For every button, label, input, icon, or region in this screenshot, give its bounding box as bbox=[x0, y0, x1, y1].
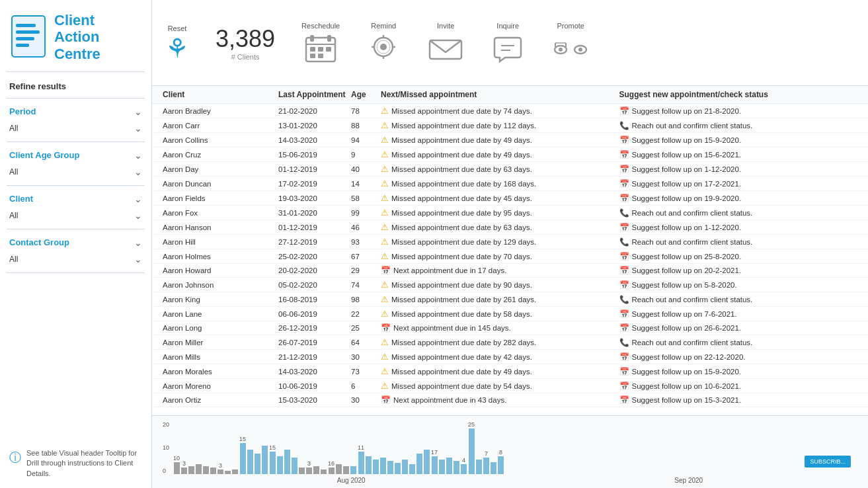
cell-last-appt: 14-03-2020 bbox=[278, 134, 351, 145]
warning-icon: ⚠ bbox=[381, 280, 389, 290]
chart-bar bbox=[343, 466, 349, 474]
subscribe-button[interactable]: SUBSCRIB... bbox=[805, 456, 851, 468]
table-row[interactable]: Aaron Fox 31-01-2020 99 ⚠Missed appointm… bbox=[152, 206, 868, 220]
main-content: Reset ⚘ 3,389 # Clients Reschedule bbox=[152, 0, 868, 488]
reset-label: Reset bbox=[168, 24, 187, 32]
filter-period-title-row[interactable]: Period ⌄ bbox=[9, 102, 142, 121]
cell-suggest: 📅Suggest follow up on 15-9-2020. bbox=[619, 134, 858, 145]
chart-bar-wrapper: 7 bbox=[483, 421, 489, 474]
table-row[interactable]: Aaron Long 26-12-2019 25 📅Next appointme… bbox=[152, 321, 868, 335]
filter-age-group[interactable]: Client Age Group ⌄ All ⌄ bbox=[0, 142, 151, 185]
chart-bar bbox=[446, 458, 452, 474]
filter-client[interactable]: Client ⌄ All ⌄ bbox=[0, 186, 151, 229]
calendar-red-icon: 📅 bbox=[619, 150, 629, 159]
reset-button[interactable]: Reset ⚘ bbox=[165, 24, 189, 61]
chart-bar-wrapper bbox=[491, 421, 496, 474]
table-row[interactable]: Aaron Collins 14-03-2020 94 ⚠Missed appo… bbox=[152, 133, 868, 147]
chart-bar bbox=[395, 463, 401, 474]
table-row[interactable]: Aaron Moreno 10-06-2019 6 ⚠Missed appoin… bbox=[152, 379, 868, 393]
filter-period[interactable]: Period ⌄ All ⌄ bbox=[0, 99, 151, 142]
sidebar-bottom: ⓘ See table Visual header Tooltip for Dr… bbox=[0, 439, 151, 488]
cell-client: Aaron Cruz bbox=[163, 149, 278, 160]
calendar-red-icon: 📅 bbox=[619, 309, 629, 319]
table-row[interactable]: Aaron Duncan 17-02-2019 14 ⚠Missed appoi… bbox=[152, 177, 868, 191]
table-row[interactable]: Aaron Cruz 15-06-2019 9 ⚠Missed appointm… bbox=[152, 147, 868, 162]
cell-last-appt: 05-02-2020 bbox=[278, 279, 351, 290]
table-row[interactable]: Aaron Johnson 05-02-2020 74 ⚠Missed appo… bbox=[152, 278, 868, 292]
promote-button[interactable]: Promote bbox=[551, 22, 590, 64]
cell-last-appt: 21-02-2020 bbox=[278, 105, 351, 116]
warning-icon: ⚠ bbox=[381, 135, 389, 145]
filter-client-title-row[interactable]: Client ⌄ bbox=[9, 190, 142, 208]
filter-contact-title-row[interactable]: Contact Group ⌄ bbox=[9, 233, 142, 252]
filter-client-value-row[interactable]: All ⌄ bbox=[9, 208, 142, 225]
chart-bar-wrapper bbox=[262, 421, 268, 474]
cell-last-appt: 17-02-2019 bbox=[278, 178, 351, 189]
chart-bar bbox=[402, 460, 408, 474]
cell-next-missed: ⚠Missed appointment due date by 74 days. bbox=[381, 105, 619, 116]
warning-icon: ⚠ bbox=[381, 222, 389, 232]
chart-bar bbox=[299, 468, 305, 474]
table-row[interactable]: Aaron Miller 26-07-2019 64 ⚠Missed appoi… bbox=[152, 335, 868, 350]
inquire-button[interactable]: Inquire bbox=[491, 22, 525, 64]
chart-bar bbox=[225, 471, 231, 474]
cell-suggest: 📅Suggest follow up on 10-6-2021. bbox=[619, 380, 858, 391]
filter-contact-label: Contact Group bbox=[9, 237, 69, 247]
reschedule-button[interactable]: Reschedule bbox=[301, 22, 340, 64]
cell-next-missed: ⚠Missed appointment due date by 282 days… bbox=[381, 337, 619, 348]
cell-suggest: 📅Suggest follow up on 1-12-2020. bbox=[619, 222, 858, 233]
table-row[interactable]: Aaron King 16-08-2019 98 ⚠Missed appoint… bbox=[152, 292, 868, 307]
svg-rect-13 bbox=[318, 54, 323, 58]
cell-client: Aaron Long bbox=[163, 323, 278, 333]
svg-rect-11 bbox=[326, 47, 331, 52]
sep-label: Sep 2020 bbox=[674, 477, 703, 484]
warning-icon: ⚠ bbox=[381, 208, 389, 218]
cell-last-appt: 10-06-2019 bbox=[278, 380, 351, 391]
chart-bar-wrapper bbox=[203, 421, 209, 474]
cell-client: Aaron Howard bbox=[163, 265, 278, 276]
table-row[interactable]: Aaron Hanson 01-12-2019 46 ⚠Missed appoi… bbox=[152, 220, 868, 235]
chart-bar bbox=[439, 460, 445, 474]
table-row[interactable]: Aaron Howard 20-02-2020 29 📅Next appoint… bbox=[152, 264, 868, 278]
remind-button[interactable]: Remind bbox=[366, 22, 401, 64]
reschedule-icon bbox=[303, 32, 338, 64]
chart-bars: 10331515316111742578 bbox=[173, 421, 857, 474]
chart-bar bbox=[270, 452, 276, 474]
cell-suggest: 📅Suggest follow up on 20-2-2021. bbox=[619, 265, 858, 276]
chart-bar bbox=[366, 456, 372, 474]
help-text: See table Visual header Tooltip for Dril… bbox=[26, 448, 142, 479]
chart-bar-wrapper: 15 bbox=[269, 421, 276, 474]
cell-age: 9 bbox=[351, 149, 381, 160]
table-row[interactable]: Aaron Morales 14-03-2020 73 ⚠Missed appo… bbox=[152, 364, 868, 379]
chart-bar-wrapper bbox=[277, 421, 283, 474]
table-row[interactable]: Aaron Bradley 21-02-2020 78 ⚠Missed appo… bbox=[152, 104, 868, 118]
filter-contact-group[interactable]: Contact Group ⌄ All ⌄ bbox=[0, 229, 151, 272]
warning-icon: ⚠ bbox=[381, 106, 389, 116]
chart-bar-label: 8 bbox=[499, 449, 502, 456]
table-row[interactable]: Aaron Carr 13-01-2020 88 ⚠Missed appoint… bbox=[152, 118, 868, 133]
invite-button[interactable]: Invite bbox=[427, 22, 464, 64]
chart-bar bbox=[387, 461, 393, 474]
chart-bar bbox=[232, 469, 238, 474]
cell-age: 94 bbox=[351, 134, 381, 145]
table-row[interactable]: Aaron Day 01-12-2019 40 ⚠Missed appointm… bbox=[152, 162, 868, 177]
cell-client: Aaron Johnson bbox=[163, 279, 278, 290]
table-row[interactable]: Aaron Holmes 25-02-2020 67 ⚠Missed appoi… bbox=[152, 249, 868, 264]
cell-next-missed: ⚠Missed appointment due date by 45 days. bbox=[381, 192, 619, 204]
col-last-appt: Last Appointment bbox=[278, 90, 351, 99]
chart-bar-wrapper bbox=[395, 421, 401, 474]
cell-age: 22 bbox=[351, 308, 381, 319]
table-row[interactable]: Aaron Hill 27-12-2019 93 ⚠Missed appoint… bbox=[152, 235, 868, 249]
chart-bar-wrapper: 4 bbox=[461, 421, 467, 474]
cell-suggest: 📅Suggest follow up on 17-2-2021. bbox=[619, 178, 858, 189]
svg-rect-10 bbox=[318, 47, 323, 52]
filter-period-value-row[interactable]: All ⌄ bbox=[9, 121, 142, 138]
table-row[interactable]: Aaron Fields 19-03-2020 58 ⚠Missed appoi… bbox=[152, 191, 868, 206]
filter-contact-value-row[interactable]: All ⌄ bbox=[9, 252, 142, 268]
filter-age-title-row[interactable]: Client Age Group ⌄ bbox=[9, 146, 142, 165]
table-row[interactable]: Aaron Mills 21-12-2019 30 ⚠Missed appoin… bbox=[152, 350, 868, 364]
table-row[interactable]: Aaron Ortiz 15-03-2020 30 📅Next appointm… bbox=[152, 393, 868, 407]
chart-bar-wrapper bbox=[439, 421, 445, 474]
table-row[interactable]: Aaron Lane 06-06-2019 22 ⚠Missed appoint… bbox=[152, 307, 868, 321]
filter-age-value-row[interactable]: All ⌄ bbox=[9, 165, 142, 181]
